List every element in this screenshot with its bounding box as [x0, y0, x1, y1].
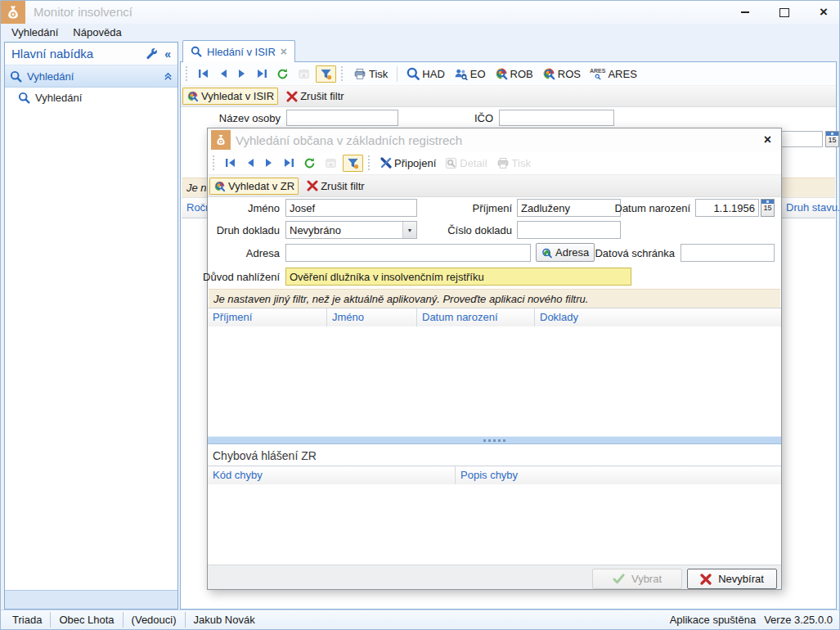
ros-search-button[interactable]: ROS	[539, 65, 584, 82]
wrench-icon[interactable]	[146, 47, 158, 60]
maximize-button[interactable]	[777, 5, 792, 20]
toolbar-grip[interactable]	[341, 66, 345, 81]
pripojeni-button[interactable]: Připojení	[377, 155, 439, 171]
minimize-button[interactable]	[738, 5, 752, 20]
column-druh-stavu[interactable]: Druh stavu.	[786, 201, 840, 214]
had-search-button[interactable]: HAD	[403, 65, 447, 82]
sidebar-item-label: Vyhledání	[35, 92, 82, 104]
ros-label: ROS	[558, 68, 581, 80]
duvod-nahlizeni-input[interactable]	[285, 268, 631, 286]
tab-hledani-v-isir[interactable]: Hledání v ISIR ×	[182, 40, 295, 62]
print-button[interactable]: Tisk	[493, 155, 534, 171]
adresa-input[interactable]	[285, 244, 531, 262]
menu-vyhledani[interactable]: Vyhledání	[4, 25, 65, 40]
nazev-osoby-label: Název osoby	[210, 112, 281, 124]
app-window: Monitor insolvencí × Vyhledání Nápověda …	[0, 0, 840, 630]
druh-dokladu-select[interactable]: Nevybráno ▼	[285, 221, 417, 239]
results-table-body	[208, 326, 781, 436]
status-organization: Obec Lhota	[51, 612, 123, 628]
grid-settings-icon[interactable]	[321, 155, 340, 171]
rob-search-button[interactable]: ROB	[492, 65, 537, 82]
dialog-close-icon[interactable]: ×	[754, 133, 781, 147]
rob-label: ROB	[510, 68, 533, 80]
adresa-button[interactable]: Adresa	[536, 243, 595, 262]
calendar-icon[interactable]: 15	[761, 199, 775, 217]
toolbar-grip[interactable]	[213, 155, 217, 170]
filter-icon[interactable]	[343, 155, 363, 172]
calendar-icon[interactable]: 15	[825, 131, 839, 147]
jmeno-input[interactable]	[285, 199, 417, 217]
vybrat-button[interactable]: Vybrat	[592, 569, 682, 589]
column-kod-chyby[interactable]: Kód chyby	[208, 466, 456, 484]
datova-schranka-input[interactable]	[681, 244, 775, 262]
app-logo-icon	[1, 1, 25, 24]
toolbar-separator	[397, 66, 398, 82]
cislo-dokladu-input[interactable]	[517, 221, 621, 239]
dropdown-arrow-icon[interactable]: ▼	[402, 222, 416, 238]
errors-section-title: Chybová hlášení ZR	[208, 443, 781, 466]
close-button[interactable]: ×	[816, 5, 831, 20]
prev-record-button[interactable]	[215, 67, 231, 80]
zr-dialog: Vyhledání občana v základních registrech…	[207, 128, 782, 590]
status-app-state: Aplikace spuštěna	[670, 614, 757, 626]
druh-dokladu-value: Nevybráno	[286, 224, 402, 236]
column-jmeno[interactable]: Jméno	[327, 308, 417, 326]
ico-input[interactable]	[499, 110, 614, 126]
ares-icon: ARES	[590, 68, 605, 80]
sidebar-collapse-icon[interactable]: «	[158, 47, 177, 61]
isir-filter-bar: Vyhledat v ISIR Zrušit filtr	[181, 85, 836, 107]
sidebar: Hlavní nabídka « Vyhledání Vyhledání	[4, 42, 178, 610]
adresa-button-label: Adresa	[555, 246, 589, 259]
druh-dokladu-label: Druh dokladu	[208, 221, 280, 239]
results-table-header: Příjmení Jméno Datum narození Doklady	[208, 308, 781, 327]
column-datum-narozeni[interactable]: Datum narození	[417, 308, 535, 326]
menu-napoveda[interactable]: Nápověda	[65, 25, 128, 40]
first-record-button[interactable]	[222, 156, 240, 169]
zrusit-filtr-button[interactable]: Zrušit filtr	[283, 88, 347, 104]
nazev-osoby-input[interactable]	[286, 110, 398, 126]
tab-close-icon[interactable]: ×	[281, 45, 287, 58]
grid-settings-icon[interactable]	[294, 66, 313, 82]
pripojeni-label: Připojení	[394, 157, 436, 169]
datum-narozeni-label: Datum narození	[592, 199, 690, 217]
vyhledat-v-isir-label: Vyhledat v ISIR	[201, 90, 274, 102]
filter-icon[interactable]	[316, 65, 336, 83]
zrusit-filtr-label: Zrušit filtr	[321, 180, 364, 192]
vyhledat-v-isir-button[interactable]: Vyhledat v ISIR	[182, 88, 278, 105]
next-record-button[interactable]	[234, 67, 250, 80]
sidebar-group-vyhledani[interactable]: Vyhledání	[5, 65, 177, 88]
search-icon	[18, 92, 30, 104]
column-prijmeni[interactable]: Příjmení	[208, 308, 327, 326]
first-record-button[interactable]	[195, 67, 213, 80]
dialog-title-bar: Vyhledání občana v základních registrech…	[208, 128, 781, 151]
refresh-icon[interactable]	[273, 66, 292, 82]
nevybirat-button[interactable]: Nevybírat	[687, 569, 777, 589]
chevron-up-double-icon[interactable]	[164, 72, 173, 81]
eo-search-button[interactable]: EO	[451, 66, 489, 82]
detail-label: Detail	[460, 157, 487, 169]
vyhledat-v-zr-button[interactable]: Vyhledat v ZR	[209, 178, 299, 195]
detail-button[interactable]: Detail	[442, 155, 490, 171]
sidebar-item-vyhledani[interactable]: Vyhledání	[5, 88, 177, 108]
jmeno-label: Jméno	[208, 199, 280, 217]
prev-record-button[interactable]	[242, 156, 258, 169]
print-button[interactable]: Tisk	[350, 66, 391, 82]
vyhledat-v-zr-label: Vyhledat v ZR	[228, 180, 294, 192]
search-icon	[191, 46, 202, 57]
column-popis-chyby[interactable]: Popis chyby	[456, 466, 781, 484]
sidebar-title: Hlavní nabídka	[5, 47, 146, 61]
toolbar-grip[interactable]	[368, 155, 372, 170]
last-record-button[interactable]	[253, 67, 271, 80]
column-doklady[interactable]: Doklady	[535, 308, 781, 326]
toolbar-grip[interactable]	[186, 66, 190, 81]
print-label: Tisk	[369, 68, 388, 80]
status-version: Verze 3.25.0.0	[764, 614, 833, 626]
datum-narozeni-input[interactable]	[695, 199, 759, 217]
last-record-button[interactable]	[280, 156, 298, 169]
refresh-icon[interactable]	[300, 155, 319, 171]
dialog-toolbar: Připojení Detail Tisk	[208, 151, 781, 174]
next-record-button[interactable]	[261, 156, 277, 169]
ares-search-button[interactable]: ARES ARES	[586, 66, 640, 82]
zrusit-filtr-button[interactable]: Zrušit filtr	[303, 178, 367, 194]
datova-schranka-label: Datová schránka	[591, 244, 675, 262]
